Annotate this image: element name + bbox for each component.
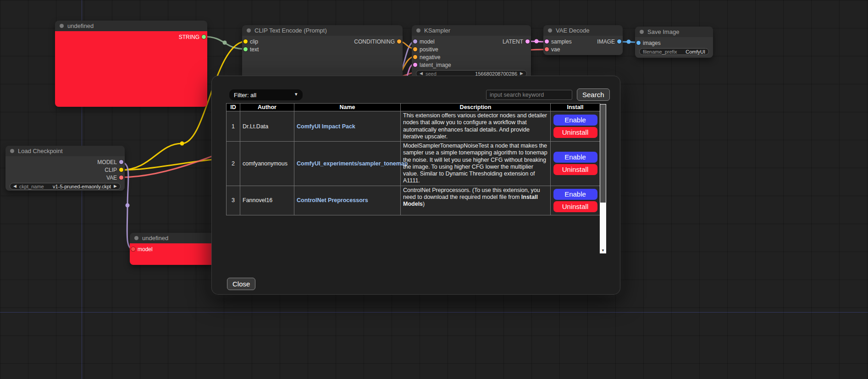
node-title-label: VAE Decode bbox=[556, 27, 589, 34]
filter-select[interactable]: Filter: all bbox=[229, 89, 303, 100]
uninstall-button[interactable]: Uninstall bbox=[553, 164, 597, 175]
widget-increment-icon[interactable]: ▶ bbox=[114, 184, 117, 188]
search-button[interactable]: Search bbox=[577, 88, 610, 101]
widget-value: v1-5-pruned-emaonly.ckpt bbox=[53, 184, 111, 189]
node-title-bar[interactable]: VAE Decode bbox=[543, 25, 623, 36]
extension-table-body: 1Dr.Lt.DataComfyUI Impact PackThis exten… bbox=[227, 111, 600, 215]
node-collapse-dot[interactable] bbox=[10, 149, 14, 153]
widget-decrement-icon[interactable]: ◀ bbox=[13, 184, 17, 188]
node-collapse-dot[interactable] bbox=[640, 30, 644, 34]
output-label: MODEL bbox=[97, 159, 117, 165]
extension-name-link[interactable]: ControlNet Preprocessors bbox=[297, 197, 368, 203]
extension-id: 1 bbox=[227, 111, 240, 142]
wire-midpoint-dot bbox=[180, 142, 184, 146]
extension-install-cell: EnableUninstall bbox=[551, 186, 600, 215]
output-port-VAE[interactable] bbox=[119, 176, 123, 180]
input-label: positive bbox=[420, 46, 438, 53]
close-button[interactable]: Close bbox=[227, 278, 255, 290]
widget-decrement-icon[interactable]: ◀ bbox=[420, 71, 423, 76]
input-port-clip[interactable] bbox=[243, 39, 248, 44]
input-label: vae bbox=[551, 46, 560, 53]
node-collapse-dot[interactable] bbox=[247, 28, 251, 33]
scrollbar-thumb[interactable] bbox=[600, 104, 606, 203]
column-header-install: Install bbox=[551, 104, 600, 111]
node-title-bar[interactable]: Load Checkpoint bbox=[6, 146, 125, 156]
uninstall-button[interactable]: Uninstall bbox=[553, 127, 597, 138]
extension-name-link[interactable]: ComfyUI Impact Pack bbox=[297, 123, 355, 130]
input-port-images[interactable] bbox=[636, 41, 641, 45]
node-title-label: undefined bbox=[142, 235, 168, 242]
output-label: CLIP bbox=[105, 167, 117, 173]
table-scrollbar[interactable]: ▼ bbox=[600, 104, 606, 253]
output-port-CONDITIONING[interactable] bbox=[397, 39, 401, 44]
input-port-latent_image[interactable] bbox=[413, 63, 417, 67]
node-title-bar[interactable]: KSampler bbox=[412, 25, 531, 36]
node-widget-ckpt_name[interactable]: ◀ckpt_namev1-5-pruned-emaonly.ckpt▶ bbox=[10, 183, 121, 190]
output-port-IMAGE[interactable] bbox=[617, 39, 621, 44]
node-load-checkpoint[interactable]: Load Checkpoint MODELCLIPVAE ◀ckpt_namev… bbox=[6, 146, 125, 191]
extension-description: This extension offers various detector n… bbox=[401, 111, 551, 142]
enable-button[interactable]: Enable bbox=[553, 189, 597, 200]
column-header-id: ID bbox=[227, 104, 240, 111]
input-label: text bbox=[250, 46, 259, 53]
input-port-vae[interactable] bbox=[545, 47, 549, 51]
input-port-negative[interactable] bbox=[413, 55, 417, 59]
extension-row: 1Dr.Lt.DataComfyUI Impact PackThis exten… bbox=[227, 111, 600, 142]
output-port-LATENT[interactable] bbox=[525, 39, 530, 44]
extension-row: 3Fannovel16ControlNet PreprocessorsContr… bbox=[227, 186, 600, 215]
extension-name-link[interactable]: ComfyUI_experiments/sampler_tonemap bbox=[297, 160, 408, 167]
uninstall-button[interactable]: Uninstall bbox=[553, 201, 597, 212]
extension-id: 3 bbox=[227, 186, 240, 215]
output-port-STRING[interactable] bbox=[202, 35, 206, 39]
extension-table-container: IDAuthorNameDescriptionInstall 1Dr.Lt.Da… bbox=[226, 103, 606, 255]
output-label: IMAGE bbox=[597, 38, 615, 45]
node-title-label: CLIP Text Encode (Prompt) bbox=[254, 27, 327, 34]
wire-midpoint-dot bbox=[627, 40, 631, 44]
output-port-CLIP[interactable] bbox=[119, 168, 123, 172]
column-header-name: Name bbox=[294, 104, 401, 111]
input-port-model[interactable] bbox=[131, 247, 135, 251]
node-collapse-dot[interactable] bbox=[548, 28, 552, 33]
extension-description: ControlNet Preprocessors. (To use this e… bbox=[401, 186, 551, 215]
wire-midpoint-dot bbox=[126, 203, 130, 208]
node-title-bar[interactable]: undefined bbox=[55, 21, 207, 31]
node-vae-decode[interactable]: VAE Decode samplesIMAGEvae bbox=[543, 25, 623, 55]
node-collapse-dot[interactable] bbox=[60, 24, 64, 28]
input-port-samples[interactable] bbox=[545, 39, 549, 44]
input-label: samples bbox=[551, 38, 572, 45]
output-label: CONDITIONING bbox=[354, 38, 395, 45]
node-title-bar[interactable]: CLIP Text Encode (Prompt) bbox=[242, 25, 403, 36]
node-widget-filename_prefix[interactable]: filename_prefixComfyUI bbox=[639, 48, 709, 55]
enable-button[interactable]: Enable bbox=[553, 115, 597, 126]
column-header-description: Description bbox=[401, 104, 551, 111]
output-port-MODEL[interactable] bbox=[119, 160, 123, 164]
search-input[interactable] bbox=[486, 90, 572, 100]
node-title-bar[interactable]: Save Image bbox=[635, 27, 713, 37]
extension-table: IDAuthorNameDescriptionInstall 1Dr.Lt.Da… bbox=[226, 103, 600, 215]
widget-increment-icon[interactable]: ▶ bbox=[520, 71, 523, 76]
node-collapse-dot[interactable] bbox=[134, 236, 138, 240]
extension-name-cell: ControlNet Preprocessors bbox=[294, 186, 401, 215]
input-port-text[interactable] bbox=[243, 47, 248, 51]
input-label: model bbox=[138, 246, 153, 253]
output-label: LATENT bbox=[503, 38, 523, 45]
extension-author: Dr.Lt.Data bbox=[240, 111, 294, 142]
extension-row: 2comfyanonymousComfyUI_experiments/sampl… bbox=[227, 142, 600, 186]
enable-button[interactable]: Enable bbox=[553, 152, 597, 163]
extension-manager-dialog: Filter: all ▾ Search IDAuthorNameDescrip… bbox=[212, 76, 620, 294]
input-port-model[interactable] bbox=[413, 39, 417, 44]
node-collapse-dot[interactable] bbox=[416, 28, 420, 33]
scrollbar-down-arrow-icon[interactable]: ▼ bbox=[600, 247, 606, 253]
widget-label: ckpt_name bbox=[19, 184, 44, 189]
input-label: model bbox=[420, 38, 435, 45]
extension-author: comfyanonymous bbox=[240, 142, 294, 186]
input-label: images bbox=[643, 40, 661, 46]
widget-label: seed bbox=[426, 71, 437, 77]
input-label: negative bbox=[420, 54, 440, 60]
node-save-image[interactable]: Save Image images filename_prefixComfyUI bbox=[635, 27, 713, 58]
node-undefined-top[interactable]: undefined STRING bbox=[55, 21, 207, 107]
widget-label: filename_prefix bbox=[643, 49, 677, 55]
input-port-positive[interactable] bbox=[413, 47, 417, 51]
column-header-author: Author bbox=[240, 104, 294, 111]
node-title-label: Save Image bbox=[647, 28, 679, 35]
